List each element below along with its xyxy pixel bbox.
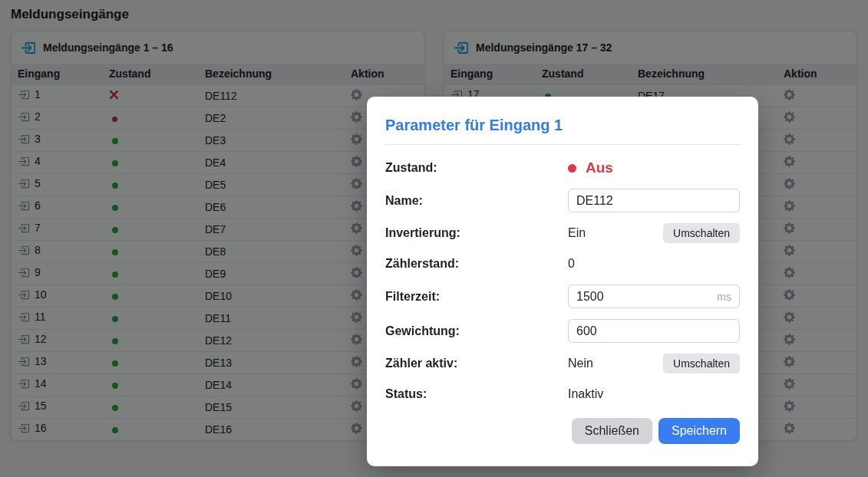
field-gewichtung: Gewichtung: — [385, 319, 740, 343]
gewichtung-label: Gewichtung: — [385, 324, 568, 338]
field-name: Name: — [385, 189, 740, 212]
field-filterzeit: Filterzeit: ms — [385, 285, 740, 308]
zaehler-aktiv-label: Zähler aktiv: — [385, 357, 568, 370]
modal-title: Parameter für Eingang 1 — [385, 117, 740, 134]
unit-label: ms — [717, 291, 731, 303]
toggle-invertierung-button[interactable]: Umschalten — [663, 223, 740, 243]
field-invertierung: Invertierung: Ein Umschalten — [385, 223, 740, 243]
field-status: Status: Inaktiv — [385, 384, 740, 404]
invertierung-label: Invertierung: — [385, 226, 568, 240]
status-off-dot — [568, 164, 576, 173]
filterzeit-label: Filterzeit: — [385, 290, 568, 304]
close-button[interactable]: Schließen — [572, 418, 652, 444]
divider — [385, 144, 740, 145]
modal-footer: Schließen Speichern — [385, 418, 740, 444]
toggle-zaehler-aktiv-button[interactable]: Umschalten — [663, 354, 740, 373]
zaehlerstand-value: 0 — [568, 257, 740, 271]
status-label: Status: — [385, 387, 568, 401]
name-label: Name: — [385, 194, 568, 208]
save-button[interactable]: Speichern — [658, 418, 740, 444]
zaehlerstand-label: Zählerstand: — [385, 257, 568, 271]
zustand-value: Aus — [568, 160, 740, 176]
invertierung-value: Ein — [568, 226, 586, 240]
status-value: Inaktiv — [568, 387, 740, 401]
field-zaehler-aktiv: Zähler aktiv: Nein Umschalten — [385, 354, 740, 373]
parameter-modal: Parameter für Eingang 1 Zustand: Aus Nam… — [367, 97, 758, 466]
gewichtung-input[interactable] — [568, 319, 740, 343]
zustand-label: Zustand: — [385, 161, 568, 175]
field-zaehlerstand: Zählerstand: 0 — [385, 254, 740, 274]
zaehler-aktiv-value: Nein — [568, 357, 593, 370]
name-input[interactable] — [568, 189, 740, 212]
filterzeit-input[interactable] — [568, 285, 740, 308]
zustand-value-text: Aus — [586, 160, 613, 176]
field-zustand: Zustand: Aus — [385, 158, 740, 178]
